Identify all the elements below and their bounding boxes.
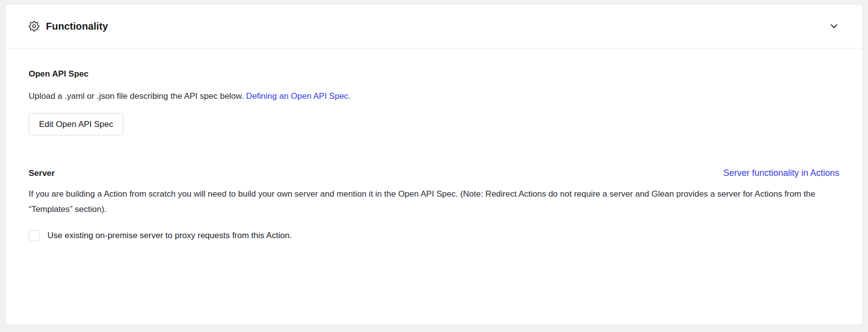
chevron-down-icon[interactable] bbox=[829, 21, 839, 32]
on-premise-server-checkbox-label: Use existing on-premise server to proxy … bbox=[47, 231, 292, 241]
card-title: Functionality bbox=[46, 21, 108, 32]
card-header: Functionality bbox=[5, 4, 863, 48]
defining-open-api-spec-link[interactable]: Defining an Open API Spec. bbox=[246, 91, 351, 101]
card-body: Open API Spec Upload a .yaml or .json fi… bbox=[5, 48, 863, 241]
server-functionality-link[interactable]: Server functionality in Actions bbox=[723, 168, 839, 178]
gear-icon bbox=[29, 21, 39, 32]
open-api-spec-description: Upload a .yaml or .json file describing … bbox=[29, 90, 839, 103]
functionality-card: Functionality Open API Spec Upload a .ya… bbox=[5, 4, 863, 325]
card-header-left: Functionality bbox=[29, 21, 108, 32]
edit-open-api-spec-button[interactable]: Edit Open API Spec bbox=[29, 113, 123, 135]
open-api-spec-description-text: Upload a .yaml or .json file describing … bbox=[29, 91, 246, 101]
on-premise-server-checkbox[interactable] bbox=[29, 230, 39, 241]
server-label: Server bbox=[29, 168, 55, 179]
on-premise-server-checkbox-row: Use existing on-premise server to proxy … bbox=[29, 230, 839, 241]
open-api-spec-label: Open API Spec bbox=[29, 69, 839, 80]
server-section-header: Server Server functionality in Actions bbox=[29, 168, 839, 179]
server-description: If you are building a Action from scratc… bbox=[29, 186, 839, 217]
